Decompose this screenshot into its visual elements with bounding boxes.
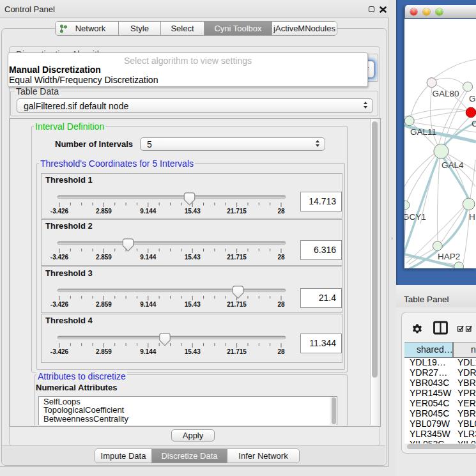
svg-text:GAL4: GAL4 [441, 160, 464, 170]
svg-text:GAL80: GAL80 [433, 89, 459, 98]
svg-text:C: C [472, 119, 476, 128]
svg-text:HAP2: HAP2 [438, 252, 460, 261]
svg-text:H: H [469, 212, 475, 222]
svg-text:G.: G. [469, 94, 476, 104]
svg-text:GAL11: GAL11 [410, 127, 436, 137]
svg-text:GCY1: GCY1 [404, 212, 426, 222]
